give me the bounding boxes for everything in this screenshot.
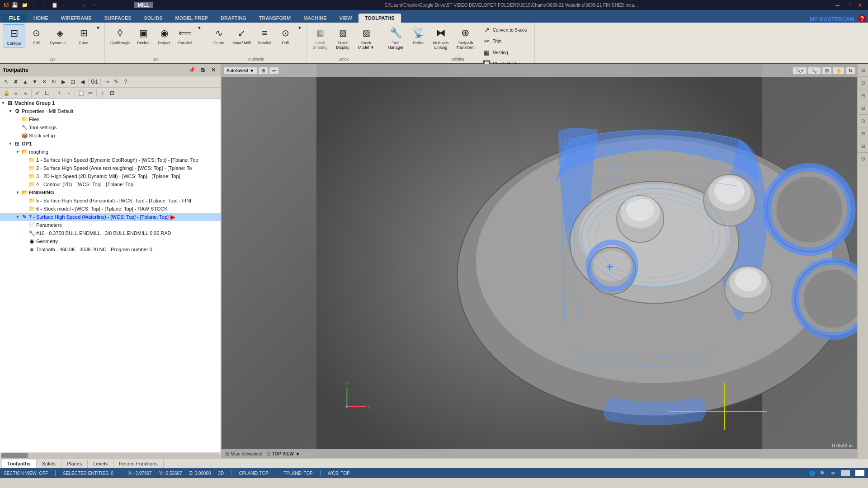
btn-multiaxis-linking[interactable]: ⧓ MultiaxisLinking [429,24,453,52]
side-tab-5[interactable]: ⊟ [858,115,868,127]
tb-move-up[interactable]: ▲ [21,77,30,86]
tree-toggle-op1[interactable]: ▼ [7,141,14,147]
tree-toggle-roughing[interactable]: ▼ [14,149,21,155]
tb-post[interactable]: G1 [90,77,99,86]
btab-toolpaths[interactable]: Toolpaths [2,460,37,468]
vp-autoselect[interactable]: AutoSelect ▼ [223,67,257,75]
side-tab-1[interactable]: ⊟ [858,64,868,77]
tb-lock[interactable]: 🔒 [2,89,11,98]
tree-item-op1[interactable]: ▼⊞OP1 [0,140,221,148]
close-button[interactable]: ✕ [856,2,864,9]
tb-select-all[interactable]: ↖ [2,77,11,86]
tree-item-tp5[interactable]: 📁5 - Surface High Speed (Horizontal) - [… [0,197,221,205]
sb-grid-icon[interactable]: 🌐 [809,471,815,476]
tb-filter[interactable]: ⊡ [108,89,117,98]
btn-nesting[interactable]: ▦ Nesting [480,47,529,58]
tab-drafting[interactable]: DRAFTING [214,14,253,23]
tree-item-finishing[interactable]: ▼📂FINISHING [0,188,221,197]
btn-trim[interactable]: ✂ Trim [480,36,529,47]
tree-item-tp2[interactable]: 📁2 - Surface High Speed (Area rest rough… [0,164,221,172]
panel-float-icon[interactable]: ⧉ [198,66,207,75]
btn-3d-more[interactable]: ▼ [196,24,203,31]
tab-solids[interactable]: SOLIDS [138,14,169,23]
tb-check1[interactable]: ✓ [33,89,42,98]
tab-machine[interactable]: MACHINE [297,14,333,23]
side-tab-8[interactable]: ⊟ [858,153,868,165]
tree-toggle-properties[interactable]: ▼ [7,108,14,114]
btn-tool-manager[interactable]: 🔧 ToolManager [384,24,407,52]
tab-transform[interactable]: TRANSFORM [253,14,297,23]
btab-levels[interactable]: Levels [88,460,113,468]
tb-sort[interactable]: ↕ [98,89,107,98]
viewsheet-tab[interactable]: ⊞ Main Viewsheet [225,451,262,456]
tree-item-tp7[interactable]: ▼✎7 - Surface High Speed (Waterline) - [… [0,213,221,221]
tree-toggle-tp7[interactable]: ▼ [14,214,21,220]
tb-regenerate[interactable]: ↻ [49,77,58,86]
vp-pan[interactable]: ✋ [833,67,844,75]
minimize-button[interactable]: ─ [834,2,841,9]
tb-help[interactable]: ? [121,77,130,86]
btn-face[interactable]: ⊞ Face [74,24,94,47]
vp-zoom-in[interactable]: 🔍+ [793,67,807,75]
tb-move-down[interactable]: ▼ [30,77,39,86]
tree-item-geometry[interactable]: ◉Geometry [0,237,221,245]
btn-parallel-ma[interactable]: ≡ Parallel [255,24,274,47]
tree-item-tp1[interactable]: 📁1 - Surface High Speed (Dynamic OptiRou… [0,156,221,164]
tb-verify[interactable]: ▶ [59,77,68,86]
side-tab-6[interactable]: ⊟ [858,127,868,140]
help-button[interactable]: ? [858,14,866,23]
tree-item-machine_group[interactable]: ▼⊞Machine Group 1 [0,99,221,107]
viewport[interactable]: AutoSelect ▼ ⊞ ↩ 🔍+ 🔍- ⊞ ✋ ↻ [222,64,857,458]
btn-drill-ma[interactable]: ⊙ Drill [275,24,295,47]
panel-pin-icon[interactable]: 📌 [187,66,196,75]
btn-convert-5axis[interactable]: ↗ Convert to 5-axis [480,24,529,35]
tab-toolpaths[interactable]: TOOLPATHS [359,14,401,23]
side-tab-4[interactable]: ⊟ [858,102,868,115]
btn-pocket[interactable]: ▣ Pocket [133,24,153,47]
qat-run-icon[interactable]: ▶ [80,1,89,9]
btn-curve[interactable]: ∿ Curve [209,24,229,47]
btab-planes[interactable]: Planes [61,460,88,468]
vp-undo-select[interactable]: ↩ [269,67,279,75]
tree-item-tp4[interactable]: 📁4 - Contour (2D) - [WCS: Top] - [Tplane… [0,180,221,188]
panel-close-icon[interactable]: ✕ [209,66,218,75]
tb-tool-display[interactable]: ✎ [112,77,121,86]
btn-project[interactable]: ◉ Project [154,24,174,47]
side-tab-2[interactable]: ⊟ [858,77,868,89]
tb-expand[interactable]: ≡ [11,89,20,98]
tb-cut[interactable]: ✂ [86,89,95,98]
btn-dynamic[interactable]: ◈ Dynamic ... [47,24,73,47]
side-tab-7[interactable]: ⊟ [858,140,868,153]
tree-item-tp3[interactable]: 📁3 - 2D High Speed (2D Dynamic Mill) - [… [0,172,221,180]
vp-zoom-out[interactable]: 🔍- [808,67,821,75]
tab-surfaces[interactable]: SURFACES [98,14,138,23]
sb-zoom-icon[interactable]: 🔍 [820,471,826,476]
tree-item-roughing[interactable]: ▼📂roughing [0,148,221,156]
my-mastercam-link[interactable]: MY MASTERCAM [810,16,854,23]
btn-ma-more[interactable]: ▼ [296,24,303,31]
tree-toggle-finishing[interactable]: ▼ [14,189,21,196]
btn-contour[interactable]: ⊟ Contour [3,24,25,47]
vp-select-opts[interactable]: ⊞ [258,67,268,75]
tree-item-files[interactable]: 📁Files [0,115,221,123]
tab-file[interactable]: FILE [2,14,27,23]
qat-open-icon[interactable]: 📁 [21,1,29,9]
topview-tab[interactable]: ⊡ TOP VIEW ▼ [266,451,299,456]
tb-collapse[interactable]: ≡ [21,89,30,98]
qat-undo-icon[interactable]: ↩ [61,1,69,9]
tree-item-tp6[interactable]: 📁6 - Stock model - [WCS: Top] - [Tplane:… [0,205,221,213]
qat-save-icon[interactable]: 💾 [11,1,19,9]
sb-view-icon[interactable]: 👁 [831,471,835,476]
btn-stock-model[interactable]: ▨ StockModel ▼ [354,24,378,52]
tab-model-prep[interactable]: MODEL PREP [169,14,215,23]
btab-recent[interactable]: Recent Functions [113,460,164,468]
btn-toolpath-transform[interactable]: ⊕ ToolpathTransform [453,24,477,52]
qat-more-icon[interactable]: ▼ [90,1,99,9]
tb-add-group[interactable]: + [55,89,64,98]
tree-item-stock_setup[interactable]: 📦Stock setup [0,131,221,140]
vp-fit[interactable]: ⊞ [822,67,832,75]
btn-stock-display[interactable]: ▧ StockDisplay [332,24,354,52]
tb-uncheck[interactable]: ☐ [42,89,52,98]
btn-probe[interactable]: 📡 Probe [408,24,428,47]
tree-toggle-machine_group[interactable]: ▼ [0,100,6,106]
